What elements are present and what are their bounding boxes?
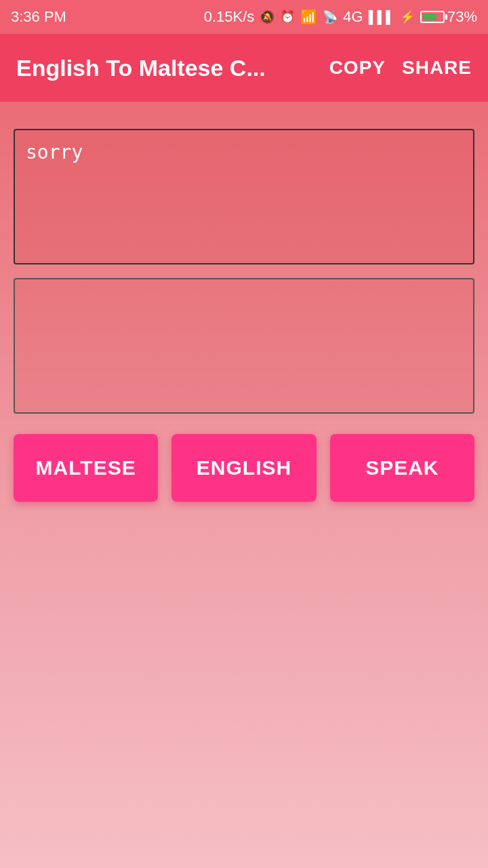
app-bar: English To Maltese C... COPY SHARE	[0, 34, 488, 102]
main-content: sorry MALTESE ENGLISH SPEAK	[0, 102, 488, 515]
wifi-icon: 📶	[300, 9, 317, 25]
signal-strength-icon: ▌▌▌	[369, 10, 394, 24]
charging-icon: ⚡	[400, 9, 415, 24]
speak-button[interactable]: SPEAK	[330, 434, 474, 502]
network-type: 4G	[343, 8, 363, 26]
status-left: 3:36 PM	[11, 8, 66, 26]
time-display: 3:36 PM	[11, 8, 66, 26]
english-button[interactable]: ENGLISH	[171, 434, 316, 502]
status-bar: 3:36 PM 0.15K/s 🔕 ⏰ 📶 📡 4G ▌▌▌ ⚡ 73%	[0, 0, 488, 34]
battery-container: 73%	[420, 8, 477, 26]
app-bar-actions: COPY SHARE	[329, 57, 472, 79]
network-speed: 0.15K/s	[204, 8, 255, 26]
share-button[interactable]: SHARE	[402, 57, 472, 79]
status-right: 0.15K/s 🔕 ⏰ 📶 📡 4G ▌▌▌ ⚡ 73%	[204, 8, 477, 26]
battery-fill	[423, 14, 436, 20]
buttons-row: MALTESE ENGLISH SPEAK	[14, 434, 474, 502]
app-title: English To Maltese C...	[16, 55, 329, 81]
alarm-icon: ⏰	[280, 9, 295, 24]
signal-icon: 📡	[323, 9, 338, 24]
maltese-button[interactable]: MALTESE	[14, 434, 158, 502]
output-box	[14, 278, 474, 414]
copy-button[interactable]: COPY	[329, 57, 386, 79]
battery-icon	[420, 11, 445, 23]
battery-percent: 73%	[447, 8, 477, 26]
mute-icon: 🔕	[260, 9, 274, 24]
input-textarea[interactable]: sorry	[14, 129, 474, 264]
